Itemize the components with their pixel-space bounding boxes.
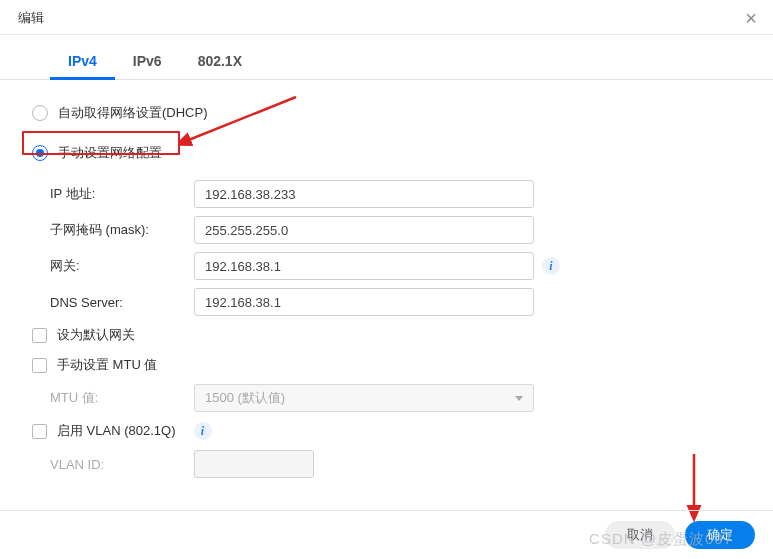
radio-dhcp-label: 自动取得网络设置(DHCP)	[58, 104, 208, 122]
select-mtu: 1500 (默认值)	[194, 384, 534, 412]
label-manual-mtu: 手动设置 MTU 值	[57, 356, 157, 374]
row-vlanid: VLAN ID:	[24, 446, 749, 482]
tab-ipv6[interactable]: IPv6	[115, 45, 180, 79]
row-gateway: 网关: i	[24, 248, 749, 284]
row-default-gateway[interactable]: 设为默认网关	[24, 320, 749, 350]
row-dns: DNS Server:	[24, 284, 749, 320]
tab-ipv4[interactable]: IPv4	[50, 45, 115, 79]
close-icon[interactable]: ×	[745, 8, 757, 28]
tab-8021x[interactable]: 802.1X	[180, 45, 260, 79]
dialog-title: 编辑	[18, 9, 44, 27]
dialog-footer: 取消 确定	[0, 510, 773, 559]
input-gateway[interactable]	[194, 252, 534, 280]
label-enable-vlan: 启用 VLAN (802.1Q)	[57, 422, 176, 440]
label-mtu: MTU 值:	[24, 389, 194, 407]
info-icon[interactable]: i	[542, 257, 560, 275]
label-dns: DNS Server:	[24, 295, 194, 310]
confirm-button[interactable]: 确定	[685, 521, 755, 549]
radio-manual-row[interactable]: 手动设置网络配置	[24, 140, 749, 166]
label-gateway: 网关:	[24, 257, 194, 275]
radio-manual[interactable]	[32, 145, 48, 161]
select-mtu-value: 1500 (默认值)	[205, 389, 285, 407]
row-enable-vlan[interactable]: 启用 VLAN (802.1Q) i	[24, 416, 749, 446]
input-dns[interactable]	[194, 288, 534, 316]
tab-bar: IPv4 IPv6 802.1X	[0, 35, 773, 80]
checkbox-manual-mtu[interactable]	[32, 358, 47, 373]
dialog-header: 编辑 ×	[0, 0, 773, 35]
label-vlanid: VLAN ID:	[24, 457, 194, 472]
input-mask[interactable]	[194, 216, 534, 244]
label-mask: 子网掩码 (mask):	[24, 221, 194, 239]
label-ip: IP 地址:	[24, 185, 194, 203]
radio-dhcp[interactable]	[32, 105, 48, 121]
radio-manual-label: 手动设置网络配置	[58, 144, 162, 162]
checkbox-enable-vlan[interactable]	[32, 424, 47, 439]
radio-dhcp-row[interactable]: 自动取得网络设置(DHCP)	[24, 100, 749, 126]
row-manual-mtu[interactable]: 手动设置 MTU 值	[24, 350, 749, 380]
form-area: 自动取得网络设置(DHCP) 手动设置网络配置 IP 地址: 子网掩码 (mas…	[0, 100, 773, 482]
row-ip: IP 地址:	[24, 176, 749, 212]
chevron-down-icon	[515, 396, 523, 401]
input-vlanid	[194, 450, 314, 478]
info-icon[interactable]: i	[194, 422, 212, 440]
row-mtu: MTU 值: 1500 (默认值)	[24, 380, 749, 416]
checkbox-default-gateway[interactable]	[32, 328, 47, 343]
row-mask: 子网掩码 (mask):	[24, 212, 749, 248]
cancel-button[interactable]: 取消	[605, 521, 675, 549]
input-ip[interactable]	[194, 180, 534, 208]
label-default-gateway: 设为默认网关	[57, 326, 135, 344]
